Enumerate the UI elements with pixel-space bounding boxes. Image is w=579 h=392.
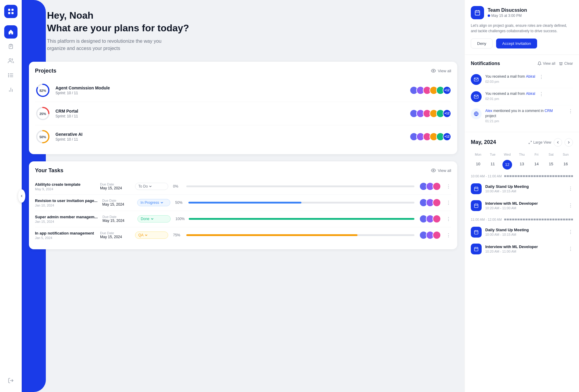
sidebar-item-tasks[interactable] [4, 40, 17, 53]
sidebar-item-home[interactable] [4, 25, 17, 39]
tasks-card: Your Tasks View all Abilityto create tem… [29, 161, 457, 249]
calendar-date[interactable]: 12 [502, 160, 512, 170]
chevron-left-icon [20, 194, 23, 198]
online-dot [488, 14, 490, 17]
eye-icon [431, 68, 436, 73]
task-due-label: Due Date [100, 231, 130, 235]
notification-item: Alex mentioned you in a comment in CRM p… [471, 105, 573, 126]
notification-item: You received a mail from Abiral 02:01 pm… [471, 88, 573, 105]
calendar-icon [474, 186, 479, 191]
calendar-date[interactable]: 14 [529, 160, 544, 170]
notif-time: 01:21 pm [485, 119, 565, 123]
project-name: Agent Commission Module [55, 86, 405, 90]
accept-invitation-button[interactable]: Accept Invitation [496, 39, 537, 48]
notif-more-button[interactable]: ⋮ [539, 74, 544, 80]
progress-bar-bg [186, 234, 414, 236]
projects-card: Projects View all 82% Agent Commission M… [29, 62, 457, 154]
avatar [433, 215, 441, 223]
calendar-next-button[interactable] [565, 138, 573, 147]
calendar-controls: Large View [528, 138, 573, 147]
task-more-button[interactable]: ⋮ [446, 232, 451, 238]
svg-rect-3 [11, 12, 14, 14]
right-panel: Team Disucssion May 15 at 3:00 PM Let's … [464, 0, 579, 392]
status-badge[interactable]: In Progress [137, 199, 170, 206]
sidebar-item-users[interactable] [4, 54, 17, 67]
progress-bar-container: 50% [175, 201, 414, 205]
time-divider [504, 219, 573, 220]
calendar-date[interactable]: 10 [471, 160, 485, 170]
event-more-button[interactable]: ⋮ [568, 246, 573, 252]
calendar-header: May, 2024 Large View [471, 138, 573, 147]
calendar-prev-button[interactable] [554, 138, 562, 147]
calendar-date[interactable]: 13 [514, 160, 529, 170]
large-view-button[interactable]: Large View [528, 140, 551, 145]
task-info: Revision to user invitation page... Jan … [35, 198, 97, 207]
task-due: Due Date May 15, 2024 [100, 231, 130, 239]
time-label-text: 11:00 AM - 12:00 AM [471, 218, 502, 221]
tasks-view-all-label: View all [438, 168, 451, 173]
calendar-day-label: Wed [500, 151, 514, 157]
status-badge[interactable]: To Do [135, 183, 168, 190]
svg-point-5 [9, 59, 11, 61]
svg-text:50%: 50% [39, 135, 46, 139]
tasks-view-all-button[interactable]: View all [431, 168, 451, 173]
progress-bar-fill [186, 234, 357, 236]
schedule-event: Daily Stand Up Meeting 10:00 AM - 10:15 … [471, 224, 573, 241]
projects-view-all-button[interactable]: View all [431, 68, 451, 73]
calendar-date[interactable]: 15 [544, 160, 558, 170]
calendar-date[interactable]: 16 [559, 160, 573, 170]
notif-more-button[interactable]: ⋮ [539, 91, 544, 97]
progress-bar-bg [186, 185, 414, 187]
schedule-blocks: 10:00 AM - 11:00 AM Daily Stand Up Meeti… [471, 174, 573, 257]
task-more-button[interactable]: ⋮ [446, 200, 451, 206]
calendar-day-label: Tue [485, 151, 500, 157]
status-badge[interactable]: Done [137, 215, 171, 222]
sidebar-nav [4, 25, 17, 372]
sidebar-item-chart[interactable] [4, 83, 17, 96]
task-row: Super admin member managem... Jan 15, 20… [35, 211, 451, 227]
notif-mail-icon [471, 74, 482, 85]
event-more-button[interactable]: ⋮ [568, 186, 573, 191]
progress-percent: 100% [175, 217, 186, 221]
status-badge[interactable]: QA [135, 232, 168, 239]
sidebar-item-list[interactable] [4, 69, 17, 82]
event-time: 10:20 AM - 11:00 AM [485, 206, 565, 210]
project-sprint: Sprint: 10 / 11 [55, 91, 405, 95]
notifications-view-all-button[interactable]: View all [537, 61, 555, 66]
sidebar-item-logout[interactable] [4, 374, 17, 387]
task-start-date: Jan 10, 2024 [35, 204, 97, 207]
notif-time: 02:03 pm [485, 80, 535, 83]
collapse-sidebar-button[interactable] [18, 189, 25, 203]
calendar-date[interactable]: 11 [485, 160, 500, 170]
avatar-stack [410, 109, 445, 118]
task-due: Due Date May 15, 2024 [102, 215, 133, 223]
notifications-clear-label: Clear [564, 61, 573, 66]
progress-bar-bg [188, 202, 414, 204]
task-name: Revision to user invitation page... [35, 198, 97, 203]
notif-more-button[interactable]: ⋮ [568, 108, 573, 114]
deny-button[interactable]: Deny [471, 39, 492, 48]
svg-rect-0 [8, 9, 10, 11]
task-more-button[interactable]: ⋮ [446, 184, 451, 189]
task-start-date: Jan 15, 2024 [35, 220, 98, 223]
event-more-button[interactable]: ⋮ [568, 203, 573, 208]
notifications-clear-button[interactable]: Clear [559, 61, 573, 66]
task-info: Super admin member managem... Jan 15, 20… [35, 215, 98, 223]
svg-text:82%: 82% [39, 89, 46, 92]
left-panel: Hey, Noah What are your plans for today?… [22, 0, 464, 392]
task-due-date: May 15, 2024 [102, 202, 132, 207]
event-more-button[interactable]: ⋮ [568, 229, 573, 235]
calendar-days-header: MonTueWedThuFriSatSun [471, 151, 573, 157]
notif-link: Abiral [526, 74, 535, 79]
schedule-time-block: 11:00 AM - 12:00 AM Daily Stand Up Meeti… [471, 218, 573, 257]
avatar-stack [410, 86, 445, 95]
task-more-button[interactable]: ⋮ [446, 216, 451, 222]
time-label: 11:00 AM - 12:00 AM [471, 218, 573, 221]
task-name: In app notification management [35, 231, 95, 235]
logo[interactable] [4, 5, 17, 18]
large-view-label: Large View [533, 140, 551, 145]
hero-section: Hey, Noah What are your plans for today?… [29, 10, 457, 52]
avatar-count: +12 [443, 86, 451, 95]
avatar-count: +12 [443, 132, 451, 141]
eye-icon [431, 168, 436, 173]
